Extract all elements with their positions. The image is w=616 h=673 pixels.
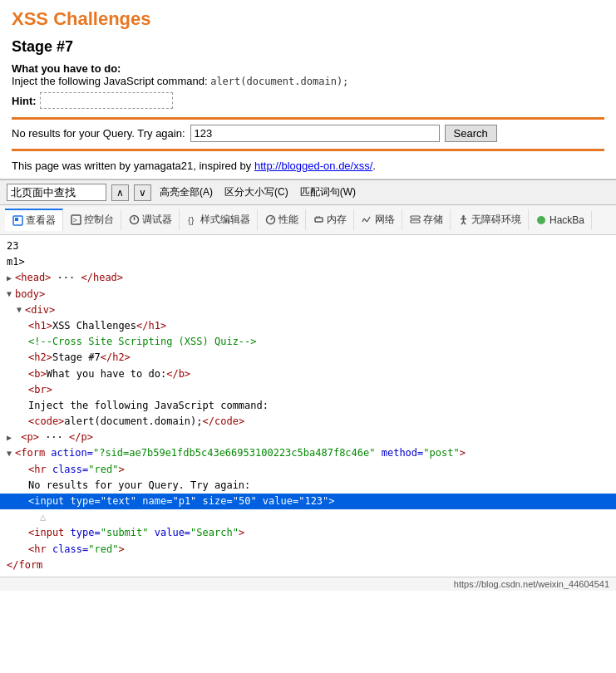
instruction-label: What you have to do: — [12, 62, 121, 75]
src-line-13: ▶ <p> ··· </p> — [0, 430, 616, 445]
src-line-3: ▶ <head> ··· </head> — [0, 270, 616, 286]
svg-point-16 — [462, 215, 465, 218]
src-line-5: ▼ <div> — [0, 302, 616, 318]
find-highlight-all[interactable]: 高亮全部(A) — [156, 184, 216, 201]
collapse-head-triangle[interactable]: ▶ — [7, 272, 15, 285]
footer-period: . — [372, 160, 376, 172]
inspector-icon — [12, 215, 23, 227]
tab-style-editor[interactable]: {} 样式编辑器 — [180, 209, 258, 230]
console-icon: >_ — [70, 214, 81, 226]
instruction-line: What you have to do: Inject the followin… — [12, 62, 604, 87]
collapse-body-triangle[interactable]: ▼ — [7, 287, 15, 301]
tab-memory[interactable]: 内存 — [306, 209, 354, 230]
svg-text:{}: {} — [188, 215, 195, 225]
svg-rect-14 — [411, 216, 420, 219]
tab-storage-label: 存储 — [423, 213, 443, 227]
svg-line-11 — [362, 219, 364, 222]
debugger-icon — [128, 214, 140, 226]
collapse-div-triangle[interactable]: ▼ — [17, 303, 25, 317]
src-line-1: 23 — [0, 238, 616, 254]
tab-hackba[interactable]: HackBa — [529, 211, 592, 229]
tab-inspector[interactable]: 查看器 — [5, 209, 63, 231]
instruction-text: Inject the following JavaScript command: — [12, 75, 210, 87]
footer-line: This page was written by yamagata21, ins… — [12, 160, 604, 172]
src-line-15: <hr class="red"> — [0, 462, 616, 478]
tab-network-label: 网络 — [375, 213, 395, 227]
find-up-button[interactable]: ∧ — [111, 184, 129, 201]
hackba-icon — [535, 214, 547, 226]
tab-performance-label: 性能 — [278, 213, 298, 227]
collapse-p-triangle[interactable]: ▶ — [7, 431, 15, 445]
svg-rect-8 — [315, 218, 323, 222]
tab-accessibility-label: 无障碍环境 — [471, 213, 521, 227]
hint-box — [40, 92, 173, 109]
source-area: 23 m1> ▶ <head> ··· </head> ▼ body> ▼ <d… — [0, 235, 616, 577]
svg-line-20 — [463, 222, 466, 224]
svg-line-13 — [367, 217, 370, 222]
tab-memory-label: 内存 — [327, 213, 347, 227]
tab-inspector-label: 查看器 — [26, 214, 56, 228]
svg-rect-15 — [411, 220, 420, 223]
svg-text:>_: >_ — [72, 216, 81, 224]
query-input[interactable] — [190, 125, 440, 142]
collapse-form-triangle[interactable]: ▼ — [7, 447, 15, 460]
accessibility-icon — [457, 214, 469, 226]
page-title: XSS Challenges — [12, 8, 604, 30]
query-line: No results for your Query. Try again: Se… — [12, 125, 604, 142]
tab-performance[interactable]: 性能 — [258, 209, 306, 230]
find-match-word[interactable]: 匹配词句(W) — [297, 184, 359, 201]
status-bar: https://blog.csdn.net/weixin_44604541 — [0, 577, 616, 591]
tab-console[interactable]: >_ 控制台 — [63, 209, 121, 230]
src-line-21: </form — [0, 558, 616, 573]
src-line-10: <br> — [0, 382, 616, 398]
alert-code: alert(document.domain); — [210, 76, 348, 87]
find-bar: ∧ ∨ 高亮全部(A) 区分大小写(C) 匹配词句(W) — [0, 179, 616, 205]
hint-line: Hint: — [12, 92, 604, 109]
src-line-11: Inject the following JavaScript command: — [0, 398, 616, 414]
devtools-toolbar: 查看器 >_ 控制台 调试器 {} 样式编辑器 性能 内存 网络 — [0, 205, 616, 235]
src-line-18: △ — [0, 509, 616, 525]
tab-storage[interactable]: 存储 — [402, 209, 451, 230]
footer-link[interactable]: http://blogged-on.de/xss/ — [254, 160, 372, 172]
tab-accessibility[interactable]: 无障碍环境 — [451, 209, 529, 230]
src-line-19: <input type="submit" value="Search"> — [0, 525, 616, 541]
src-line-2: m1> — [0, 254, 616, 270]
tab-debugger-label: 调试器 — [142, 213, 172, 227]
status-url: https://blog.csdn.net/weixin_44604541 — [454, 579, 609, 589]
style-icon: {} — [186, 214, 198, 226]
tab-hackba-label: HackBa — [549, 214, 584, 226]
find-case-sensitive[interactable]: 区分大小写(C) — [221, 184, 292, 201]
src-line-6: <h1>XSS Challenges</h1> — [0, 318, 616, 334]
performance-icon — [264, 214, 276, 226]
hint-label: Hint: — [12, 95, 37, 107]
network-icon — [361, 214, 372, 226]
find-input[interactable] — [7, 184, 106, 201]
svg-point-21 — [537, 216, 545, 224]
svg-line-12 — [364, 219, 367, 222]
svg-rect-1 — [15, 218, 18, 221]
search-button[interactable]: Search — [445, 125, 497, 142]
tab-network[interactable]: 网络 — [354, 209, 402, 230]
top-page: XSS Challenges Stage #7 What you have to… — [0, 0, 616, 179]
src-line-9: <b>What you have to do:</b> — [0, 366, 616, 382]
src-line-20: <hr class="red"> — [0, 542, 616, 558]
stage-title: Stage #7 — [12, 38, 604, 56]
find-down-button[interactable]: ∨ — [134, 184, 151, 201]
tab-style-editor-label: 样式编辑器 — [200, 213, 250, 227]
memory-icon — [313, 214, 324, 226]
src-line-12: <code>alert(document.domain);</code> — [0, 414, 616, 430]
storage-icon — [409, 214, 421, 226]
src-line-14: ▼ <form action="?sid=ae7b59e1fdb5c43e669… — [0, 445, 616, 461]
tab-debugger[interactable]: 调试器 — [121, 209, 180, 230]
src-line-17[interactable]: <input type="text" name="p1" size="50" v… — [0, 494, 616, 509]
footer-text: This page was written by yamagata21, ins… — [12, 160, 254, 172]
query-message: No results for your Query. Try again: — [12, 127, 185, 140]
tab-console-label: 控制台 — [84, 213, 114, 227]
src-line-4: ▼ body> — [0, 287, 616, 302]
src-line-16: No results for your Query. Try again: — [0, 478, 616, 494]
src-line-8: <h2>Stage #7</h2> — [0, 350, 616, 366]
src-line-7: <!--Cross Site Scripting (XSS) Quiz--> — [0, 334, 616, 350]
orange-divider-bottom — [12, 149, 604, 151]
orange-divider-top — [12, 117, 604, 120]
